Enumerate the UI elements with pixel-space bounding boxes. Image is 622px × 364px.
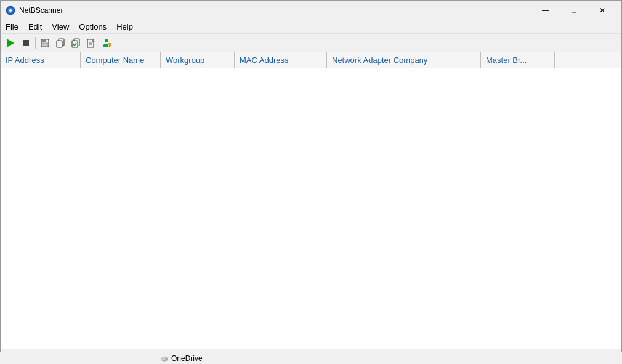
title-bar-buttons: — □ ✕ (531, 1, 616, 20)
menu-file[interactable]: File (1, 20, 23, 34)
copy-icon (55, 38, 65, 48)
svg-point-13 (105, 39, 108, 42)
close-button[interactable]: ✕ (588, 1, 616, 20)
properties-icon: i (102, 38, 111, 48)
svg-point-2 (9, 9, 12, 12)
menu-options[interactable]: Options (74, 20, 111, 34)
copy-selected-icon (71, 38, 81, 48)
stop-icon (23, 40, 29, 46)
toolbar: i (1, 34, 621, 52)
column-headers: IP Address Computer Name Workgroup MAC A… (1, 52, 621, 68)
onedrive-label: OneDrive (171, 354, 203, 363)
col-header-name[interactable]: Computer Name (81, 52, 161, 68)
stop-scan-button[interactable] (18, 36, 33, 51)
taskbar-strip: OneDrive (0, 352, 622, 364)
col-header-workgroup[interactable]: Workgroup (161, 52, 235, 68)
menu-view[interactable]: View (47, 20, 74, 34)
minimize-button[interactable]: — (531, 1, 560, 20)
svg-rect-7 (57, 41, 62, 47)
maximize-button[interactable]: □ (560, 1, 588, 20)
copy-selected-button[interactable] (68, 36, 83, 51)
svg-rect-5 (42, 43, 48, 46)
col-header-ip[interactable]: IP Address (1, 52, 81, 68)
copy-button[interactable] (53, 36, 68, 51)
main-window: NetBScanner — □ ✕ File Edit View Options… (0, 0, 622, 364)
export-html-button[interactable] (84, 36, 99, 51)
svg-point-17 (161, 357, 166, 360)
title-bar: NetBScanner — □ ✕ (1, 1, 621, 20)
col-header-master[interactable]: Master Br... (481, 52, 555, 68)
play-icon (7, 39, 14, 47)
col-header-mac[interactable]: MAC Address (235, 52, 327, 68)
save-icon (40, 38, 50, 48)
properties-button[interactable]: i (99, 36, 114, 51)
menu-bar: File Edit View Options Help (1, 20, 621, 34)
svg-rect-9 (72, 41, 78, 47)
save-button[interactable] (38, 36, 52, 51)
menu-edit[interactable]: Edit (23, 20, 47, 34)
content-area[interactable] (1, 68, 621, 349)
title-bar-left: NetBScanner (6, 6, 63, 15)
svg-rect-4 (42, 39, 46, 42)
export-icon (86, 38, 96, 48)
onedrive-icon (160, 354, 169, 363)
window-title: NetBScanner (19, 6, 63, 15)
start-scan-button[interactable] (3, 36, 18, 51)
app-icon (6, 6, 15, 15)
menu-help[interactable]: Help (111, 20, 138, 34)
content-rows (1, 68, 621, 349)
toolbar-separator-1 (35, 37, 36, 49)
col-header-company[interactable]: Network Adapter Company (327, 52, 481, 68)
